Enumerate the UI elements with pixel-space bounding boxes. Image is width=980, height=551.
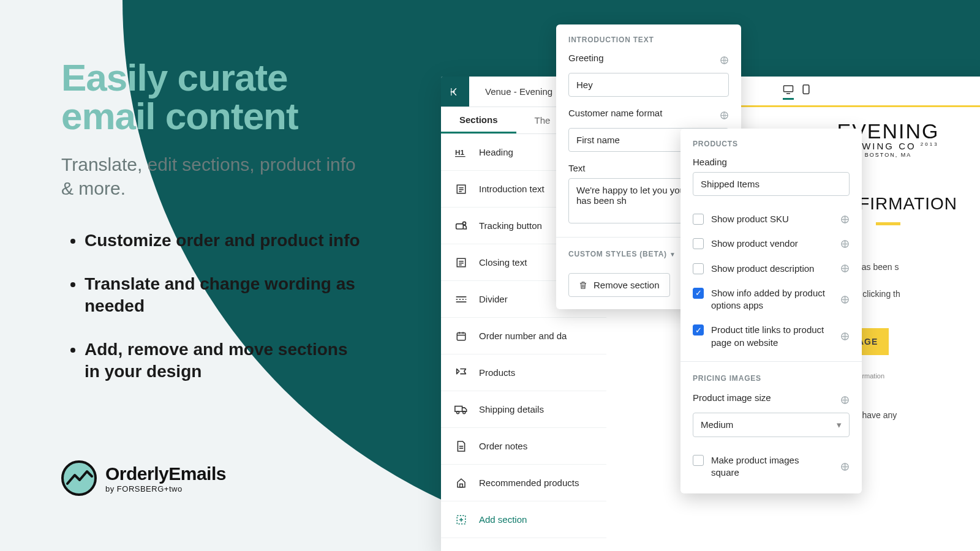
venue-label[interactable]: Venue - Evening (469, 77, 569, 107)
svg-rect-7 (456, 223, 464, 228)
svg-rect-25 (460, 484, 463, 487)
remove-section-label: Remove section (594, 280, 660, 290)
heading-label: Heading (693, 157, 850, 167)
marketing-copy: Easily curate email content Translate, e… (61, 58, 368, 403)
checkbox-icon (693, 455, 704, 466)
svg-rect-29 (784, 86, 793, 92)
feature-list: Customize order and product info Transla… (61, 230, 368, 383)
checkbox-label: Show product description (711, 263, 828, 275)
shipping-icon (454, 403, 468, 416)
checkbox-label: Show product SKU (711, 213, 828, 225)
yellow-divider (876, 222, 900, 225)
product-option-checkbox[interactable]: Show product vendor (680, 231, 862, 256)
recommended-icon (454, 476, 468, 490)
greeting-input[interactable] (568, 73, 729, 97)
product-option-checkbox[interactable]: ✓Product title links to product page on … (680, 318, 862, 355)
feature-item: Add, remove and move sections in your de… (85, 339, 368, 383)
products-panel: PRODUCTS Heading Show product SKUShow pr… (680, 129, 862, 493)
brand-byline: by FORSBERG+two (105, 484, 226, 493)
globe-icon[interactable] (840, 239, 850, 249)
products-icon (454, 366, 468, 380)
notes-icon (454, 440, 468, 453)
product-option-checkbox[interactable]: Show product description (680, 257, 862, 281)
checkbox-icon: ✓ (693, 324, 704, 335)
panel-title: PRODUCTS (680, 129, 862, 157)
custom-styles-label: CUSTOM STYLES (BETA) (568, 250, 667, 258)
image-size-value: Medium (701, 419, 733, 430)
checkbox-icon (693, 214, 704, 225)
feature-item: Translate and change wording as needed (85, 273, 368, 318)
back-icon (450, 86, 461, 97)
svg-rect-20 (455, 406, 462, 411)
trash-icon (579, 280, 587, 290)
svg-point-8 (463, 222, 466, 225)
text-icon (454, 182, 468, 196)
globe-icon[interactable] (840, 295, 850, 304)
subheadline: Translate, edit sections, product info &… (61, 152, 368, 200)
globe-icon[interactable] (840, 462, 850, 471)
brand-text: OrderlyEmails by FORSBERG+two (105, 463, 226, 493)
name-format-label: Customer name format (568, 108, 662, 118)
panel-title: INTRODUCTION TEXT (556, 24, 741, 53)
product-option-checkbox[interactable]: Show product SKU (680, 207, 862, 231)
add-icon (454, 513, 468, 527)
mobile-icon[interactable] (802, 84, 810, 98)
svg-text:H1: H1 (455, 148, 464, 156)
image-size-label: Product image size (693, 392, 771, 403)
headline: Easily curate email content (61, 58, 368, 135)
brand-name: OrderlyEmails (105, 463, 226, 484)
square-images-label: Make product images square (711, 454, 828, 479)
checkbox-label: Show product vendor (711, 238, 828, 250)
back-button[interactable] (441, 77, 469, 107)
heading-input[interactable] (693, 172, 850, 196)
brand-mark-icon (61, 460, 97, 496)
product-option-checkbox[interactable]: ✓Show info added by product options apps (680, 281, 862, 318)
h1-icon: H1 (454, 146, 468, 159)
brand-logo: OrderlyEmails by FORSBERG+two (61, 460, 226, 496)
checkbox-icon (693, 238, 704, 249)
tracking-icon (454, 219, 468, 233)
chevron-down-icon: ▾ (837, 419, 842, 430)
svg-point-22 (463, 411, 466, 413)
divider-icon (454, 293, 468, 306)
svg-rect-16 (457, 332, 466, 340)
feature-item: Customize order and product info (85, 230, 368, 252)
svg-rect-0 (451, 88, 451, 96)
checkbox-icon: ✓ (693, 288, 704, 299)
desktop-icon[interactable] (783, 84, 794, 100)
checkbox-label: Show info added by product options apps (711, 287, 828, 312)
checkbox-label: Product title links to product page on w… (711, 324, 828, 349)
square-images-checkbox[interactable]: Make product images square (680, 448, 862, 485)
order-icon (454, 329, 468, 343)
pricing-images-header: PRICING IMAGES (680, 361, 862, 389)
image-size-select[interactable]: Medium ▾ (693, 413, 850, 437)
preview-brand-year: 2013 (921, 141, 939, 147)
checkbox-icon (693, 263, 704, 274)
svg-rect-30 (803, 84, 809, 93)
globe-icon[interactable] (720, 56, 729, 65)
globe-icon[interactable] (840, 264, 850, 273)
chevron-down-icon: ▼ (669, 251, 676, 258)
globe-icon[interactable] (840, 395, 850, 405)
globe-icon[interactable] (720, 111, 729, 120)
svg-point-21 (457, 411, 459, 413)
tab-sections[interactable]: Sections (441, 107, 516, 133)
remove-section-button[interactable]: Remove section (568, 273, 670, 297)
globe-icon[interactable] (840, 332, 850, 341)
greeting-label: Greeting (568, 53, 604, 63)
text-icon (454, 256, 468, 269)
globe-icon[interactable] (840, 215, 850, 224)
